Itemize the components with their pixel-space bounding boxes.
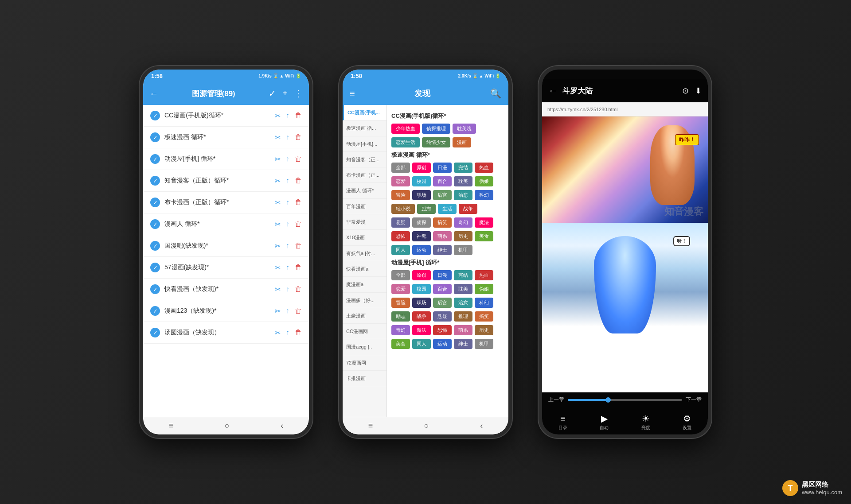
tag[interactable]: 全部 xyxy=(391,270,410,280)
sidebar-item[interactable]: X18漫画 xyxy=(343,230,386,245)
tag[interactable]: 悬疑 xyxy=(433,311,452,322)
tag[interactable]: 完结 xyxy=(454,270,472,280)
menu-button[interactable]: ≡ xyxy=(350,89,355,99)
reader-download-icon[interactable]: ⬇ xyxy=(695,86,702,96)
tag[interactable]: 历史 xyxy=(454,231,472,241)
tag[interactable]: 战争 xyxy=(459,204,477,214)
tag[interactable]: 全部 xyxy=(391,163,410,173)
edit-source-icon[interactable]: ✂ xyxy=(275,177,281,185)
tag[interactable]: 轻小说 xyxy=(391,204,415,214)
prev-chapter-button[interactable]: 上一章 xyxy=(548,396,564,403)
delete-source-icon[interactable]: 🗑 xyxy=(295,285,302,294)
delete-source-icon[interactable]: 🗑 xyxy=(295,112,302,120)
more-options-button[interactable]: ⋮ xyxy=(294,88,303,99)
tag[interactable]: 日漫 xyxy=(433,163,452,173)
tag[interactable]: 少年热血 xyxy=(391,124,420,134)
nav-menu-icon-2[interactable]: ≡ xyxy=(368,421,373,430)
edit-source-icon[interactable]: ✂ xyxy=(275,242,281,250)
up-source-icon[interactable]: ↑ xyxy=(286,285,289,294)
tag[interactable]: 运动 xyxy=(433,339,452,349)
tag[interactable]: 奇幻 xyxy=(391,325,410,335)
tag[interactable]: 同人 xyxy=(412,339,431,349)
tag[interactable]: 治愈 xyxy=(454,298,472,308)
source-item[interactable]: ✓ 汤圆漫画（缺发现） ✂ ↑ 🗑 xyxy=(143,322,309,344)
tag[interactable]: 战争 xyxy=(412,311,431,322)
tag[interactable]: 科幻 xyxy=(475,298,493,308)
tag[interactable]: 后宫 xyxy=(433,298,452,308)
sidebar-item[interactable]: 快看漫画a xyxy=(343,261,386,277)
search-button[interactable]: 🔍 xyxy=(490,88,501,99)
sidebar-item[interactable]: 国漫acgg [.. xyxy=(343,339,386,355)
tag[interactable]: 热血 xyxy=(475,270,493,280)
tag[interactable]: 悬疑 xyxy=(391,217,410,228)
tag[interactable]: 绅士 xyxy=(454,339,472,349)
tag[interactable]: 美食 xyxy=(391,339,410,349)
source-item[interactable]: ✓ 知音漫客（正版）循环* ✂ ↑ 🗑 xyxy=(143,170,309,192)
sidebar-item[interactable]: 布卡漫画（正... xyxy=(343,167,386,183)
tag[interactable]: 伪娘 xyxy=(475,284,493,294)
source-item[interactable]: ✓ 57漫画(缺发现)* ✂ ↑ 🗑 xyxy=(143,257,309,279)
back-button-1[interactable]: ← xyxy=(149,89,158,99)
tag[interactable]: 职场 xyxy=(412,190,431,200)
reading-progress-bar[interactable] xyxy=(568,399,682,401)
edit-source-icon[interactable]: ✂ xyxy=(275,329,281,337)
source-item[interactable]: ✓ CC漫画(手机版)循环* ✂ ↑ 🗑 xyxy=(143,105,309,127)
source-item[interactable]: ✓ 极速漫画 循环* ✂ ↑ 🗑 xyxy=(143,127,309,148)
tag[interactable]: 魔法 xyxy=(475,217,493,228)
tag[interactable]: 恐怖 xyxy=(391,231,410,241)
next-chapter-button[interactable]: 下一章 xyxy=(686,396,702,403)
tag[interactable]: 励志 xyxy=(417,204,436,214)
delete-source-icon[interactable]: 🗑 xyxy=(295,329,302,337)
up-source-icon[interactable]: ↑ xyxy=(286,112,289,120)
tag[interactable]: 耽美 xyxy=(454,284,472,294)
tag[interactable]: 恋爱 xyxy=(391,284,410,294)
up-source-icon[interactable]: ↑ xyxy=(286,177,289,185)
sidebar-item[interactable]: CC漫画(手机... xyxy=(343,105,386,120)
tag[interactable]: 原创 xyxy=(412,270,431,280)
edit-source-icon[interactable]: ✂ xyxy=(275,264,281,272)
tag[interactable]: 恋爱生活 xyxy=(391,137,420,147)
sidebar-item[interactable]: 动漫屋[手机]... xyxy=(343,136,386,152)
delete-source-icon[interactable]: 🗑 xyxy=(295,177,302,185)
source-item[interactable]: ✓ 国漫吧(缺发现)* ✂ ↑ 🗑 xyxy=(143,235,309,257)
tag[interactable]: 冒险 xyxy=(391,190,410,200)
delete-source-icon[interactable]: 🗑 xyxy=(295,198,302,207)
tag[interactable]: 耽美嗖 xyxy=(453,124,476,134)
tag[interactable]: 萌系 xyxy=(433,231,452,241)
tag[interactable]: 推理 xyxy=(454,311,472,322)
source-item[interactable]: ✓ 动漫屋[手机] 循环* ✂ ↑ 🗑 xyxy=(143,148,309,170)
tag[interactable]: 后宫 xyxy=(433,190,452,200)
tag[interactable]: 原创 xyxy=(412,163,431,173)
check-all-button[interactable]: ✓ xyxy=(269,88,276,99)
tag[interactable]: 职场 xyxy=(412,298,431,308)
tag[interactable]: 同人 xyxy=(391,245,410,255)
tag[interactable]: 百合 xyxy=(433,176,452,186)
sidebar-item[interactable]: 魔漫画a xyxy=(343,277,386,292)
tag[interactable]: 耽美 xyxy=(454,176,472,186)
edit-source-icon[interactable]: ✂ xyxy=(275,198,281,207)
reader-back-button[interactable]: ← xyxy=(548,85,558,97)
delete-source-icon[interactable]: 🗑 xyxy=(295,307,302,315)
nav-brightness[interactable]: ☀ 亮度 xyxy=(641,413,650,431)
tag[interactable]: 魔法 xyxy=(412,325,431,335)
tag[interactable]: 历史 xyxy=(475,325,493,335)
add-source-button[interactable]: + xyxy=(282,88,288,99)
edit-source-icon[interactable]: ✂ xyxy=(275,155,281,163)
delete-source-icon[interactable]: 🗑 xyxy=(295,264,302,272)
delete-source-icon[interactable]: 🗑 xyxy=(295,133,302,142)
tag[interactable]: 百合 xyxy=(433,284,452,294)
nav-back-icon[interactable]: ‹ xyxy=(281,421,283,430)
tag[interactable]: 绅士 xyxy=(433,245,452,255)
sidebar-item[interactable]: 72漫画网 xyxy=(343,355,386,371)
tag[interactable]: 机甲 xyxy=(454,245,472,255)
nav-settings[interactable]: ⚙ 设置 xyxy=(683,413,691,431)
source-item[interactable]: ✓ 布卡漫画（正版）循环* ✂ ↑ 🗑 xyxy=(143,192,309,213)
up-source-icon[interactable]: ↑ xyxy=(286,220,289,229)
tag[interactable]: 校园 xyxy=(412,284,431,294)
tag[interactable]: 热血 xyxy=(475,163,493,173)
sidebar-item[interactable]: 有妖气a [付... xyxy=(343,246,386,261)
delete-source-icon[interactable]: 🗑 xyxy=(295,155,302,163)
up-source-icon[interactable]: ↑ xyxy=(286,307,289,315)
source-item[interactable]: ✓ 漫画人 循环* ✂ ↑ 🗑 xyxy=(143,213,309,235)
tag[interactable]: 校园 xyxy=(412,176,431,186)
